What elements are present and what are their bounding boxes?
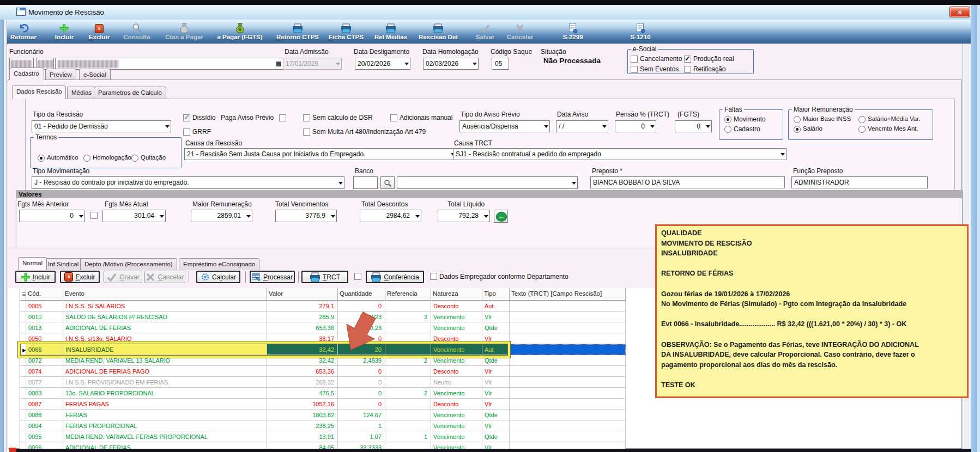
valores-field-total-vencimentos[interactable]: 3776,9: [275, 210, 337, 222]
table-cell[interactable]: 1803,82: [267, 410, 338, 420]
fgts-field[interactable]: 0: [675, 120, 712, 132]
tab-emprestimo[interactable]: Empréstimo eConsignado: [179, 258, 259, 270]
esocial-checkbox-sem-eventos[interactable]: [631, 66, 638, 73]
table-cell[interactable]: FERIAS: [63, 410, 267, 420]
table-cell[interactable]: Qtde: [482, 431, 510, 442]
table-cell[interactable]: Qtde: [482, 322, 510, 333]
table-cell[interactable]: 0010: [26, 311, 63, 322]
table-cell[interactable]: 13,91: [267, 431, 338, 442]
tab-preview[interactable]: Preview: [45, 69, 76, 80]
table-cell[interactable]: Vencimento: [431, 410, 482, 420]
table-cell[interactable]: 0: [338, 388, 385, 399]
table-cell[interactable]: [20, 377, 26, 388]
radio-vencmto-mes-ant-[interactable]: [858, 126, 866, 133]
table-cell[interactable]: 1: [338, 420, 385, 431]
table-cell[interactable]: 1,07: [338, 431, 385, 442]
table-cell[interactable]: 13o. SALARIO PROPORCIONAL: [63, 388, 267, 399]
table-cell[interactable]: Vlr: [482, 388, 510, 399]
grid-button-excluir[interactable]: xExcluir: [60, 271, 100, 283]
table-header-quantidade[interactable]: Quantidade: [338, 288, 385, 301]
toolbar-button-retornar[interactable]: Retornar: [10, 21, 37, 40]
radio-maior-base-inss[interactable]: [794, 116, 801, 123]
radio-homologa-o[interactable]: [83, 155, 90, 162]
radio-sal-rio-m-dia-var-[interactable]: [858, 116, 866, 123]
toolbar-button-s-1210[interactable]: S-1210: [630, 21, 650, 40]
table-cell[interactable]: Vencimento: [431, 420, 482, 431]
table-cell[interactable]: 0005: [26, 301, 63, 311]
table-cell[interactable]: [20, 410, 26, 420]
homologation-date-field[interactable]: 02/03/2026: [423, 58, 479, 70]
table-cell[interactable]: [510, 410, 626, 420]
table-cell[interactable]: [510, 431, 626, 442]
valores-field-fgts-m-s-anterior[interactable]: 0: [19, 210, 85, 222]
table-cell[interactable]: 0077: [26, 377, 63, 388]
table-cell[interactable]: Vlr: [482, 377, 510, 388]
esocial-checkbox-cancelamento[interactable]: [631, 56, 638, 63]
fgts-transfer-checkbox[interactable]: [90, 212, 98, 219]
table-cell[interactable]: [20, 431, 26, 442]
table-cell[interactable]: FERIAS PROPORCIONAL: [63, 420, 267, 431]
admission-date-field[interactable]: 17/01/2025: [283, 58, 342, 70]
paga-aviso-checkbox[interactable]: [279, 114, 286, 121]
toolbar-button-a-pagar-fgts-[interactable]: $a Pagar (FGTS): [217, 21, 262, 40]
close-button[interactable]: ×: [949, 7, 970, 17]
table-header-evento[interactable]: Evento: [63, 288, 267, 301]
esocial-checkbox-produ-o-real[interactable]: [684, 56, 691, 63]
esocial-checkbox-retifica-o[interactable]: [684, 66, 691, 73]
table-cell[interactable]: Aut: [482, 301, 510, 311]
table-cell[interactable]: 0094: [26, 420, 63, 431]
table-cell[interactable]: [385, 399, 431, 410]
table-cell[interactable]: [385, 301, 431, 311]
table-cell[interactable]: [385, 377, 431, 388]
table-header-valor[interactable]: Valor: [267, 288, 338, 301]
dissidio-checkbox[interactable]: [183, 114, 190, 121]
banco-code-field[interactable]: [353, 176, 378, 189]
grid-button-processar[interactable]: Processar: [250, 271, 295, 283]
table-cell[interactable]: [20, 399, 26, 410]
table-cell[interactable]: [510, 344, 626, 355]
toolbar-button-rescis-o-det[interactable]: Rescisão Det: [419, 21, 458, 40]
table-cell[interactable]: 476,5: [267, 388, 338, 399]
table-cell[interactable]: 0013: [26, 322, 63, 333]
table-cell[interactable]: I.N.S.S. S/ SALARIOS: [63, 301, 267, 311]
tab-normal[interactable]: Normal: [18, 257, 47, 270]
table-cell[interactable]: [510, 322, 626, 333]
toolbar-button-incluir[interactable]: Incluir: [55, 21, 74, 40]
radio-sal-rio[interactable]: [794, 126, 801, 133]
valores-field-total-l-quido[interactable]: 792,28: [438, 210, 490, 222]
withdraw-code-field[interactable]: 05: [492, 58, 509, 70]
termination-type-combo[interactable]: 01 - Pedido de Demissão: [32, 120, 171, 132]
tab-medias[interactable]: Médias: [67, 87, 96, 99]
employee-name-field[interactable]: [55, 58, 286, 70]
total-liquido-back-button[interactable]: ←: [494, 210, 508, 223]
table-cell[interactable]: 653,36: [267, 366, 338, 377]
table-cell[interactable]: Vlr: [482, 399, 510, 410]
preposto-field[interactable]: BIANCA BOBBATO DA SILVA: [590, 176, 785, 188]
sem-dsr-checkbox[interactable]: [303, 114, 310, 121]
table-cell[interactable]: Vlr: [482, 311, 510, 322]
table-cell[interactable]: [20, 366, 26, 377]
table-cell[interactable]: 0095: [26, 431, 63, 442]
table-cell[interactable]: Qtde: [482, 410, 510, 420]
table-cell[interactable]: [20, 388, 26, 399]
grid-button-confer-ncia[interactable]: Conferência: [366, 271, 424, 283]
grid-button-trct[interactable]: TRCT: [301, 271, 348, 283]
table-cell[interactable]: 0: [338, 366, 385, 377]
banco-combo[interactable]: [397, 176, 578, 189]
table-cell[interactable]: 3: [385, 311, 431, 322]
grrf-checkbox[interactable]: [183, 129, 190, 136]
radio-cadastro[interactable]: [724, 126, 731, 133]
table-cell[interactable]: [385, 366, 431, 377]
toolbar-button-retorno-ctps[interactable]: Retorno CTPS: [276, 21, 319, 40]
table-cell[interactable]: Vencimento: [431, 322, 482, 333]
causa-trct-combo[interactable]: SJ1 - Rescisão contratual a pedido do em…: [453, 148, 787, 160]
table-cell[interactable]: [510, 301, 626, 311]
table-header-tipo[interactable]: Tipo: [482, 288, 510, 301]
table-header-c-d-[interactable]: Cód.: [26, 288, 63, 301]
table-cell[interactable]: Neutro: [431, 377, 482, 388]
table-cell[interactable]: 0083: [26, 388, 63, 399]
table-cell[interactable]: [385, 322, 431, 333]
table-cell[interactable]: [510, 333, 626, 344]
dept-checkbox[interactable]: [430, 273, 437, 280]
table-cell[interactable]: Vlr: [482, 420, 510, 431]
